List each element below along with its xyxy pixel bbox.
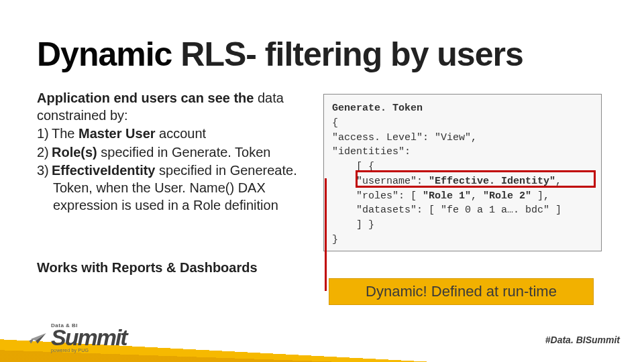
- item-number: 1): [37, 125, 52, 143]
- title-emph: Dynamic: [37, 36, 172, 73]
- slide-title: Dynamic RLS- filtering by users: [37, 35, 523, 74]
- callout-banner: Dynamic! Defined at run-time: [329, 278, 594, 305]
- logo-subtitle: powered by PUG: [51, 348, 127, 353]
- logo-text: Data & BI Summit powered by PUG: [51, 323, 127, 353]
- item-number: 3): [37, 162, 52, 180]
- lead-bold: Application end users can see the: [37, 90, 254, 105]
- list-item: 3)EffectiveIdentity specified in Generea…: [37, 162, 305, 214]
- title-rest: RLS- filtering by users: [172, 36, 523, 73]
- list-item: 1)The Master User account: [37, 125, 305, 143]
- hashtag: #Data. BISummit: [545, 335, 620, 345]
- callout-text: Dynamic! Defined at run-time: [366, 283, 557, 300]
- works-with: Works with Reports & Dashboards: [37, 260, 258, 276]
- plane-icon: [28, 331, 47, 345]
- highlight-box: [356, 170, 596, 188]
- list-item: 2)Role(s) specified in Generate. Token: [37, 144, 305, 162]
- lead-text: Application end users can see the data c…: [37, 90, 305, 124]
- body-left: Application end users can see the data c…: [37, 90, 305, 214]
- logo-wordmark: Summit: [51, 328, 127, 347]
- connector-line: [325, 178, 327, 291]
- summit-logo: Data & BI Summit powered by PUG: [28, 323, 127, 353]
- item-number: 2): [37, 144, 52, 162]
